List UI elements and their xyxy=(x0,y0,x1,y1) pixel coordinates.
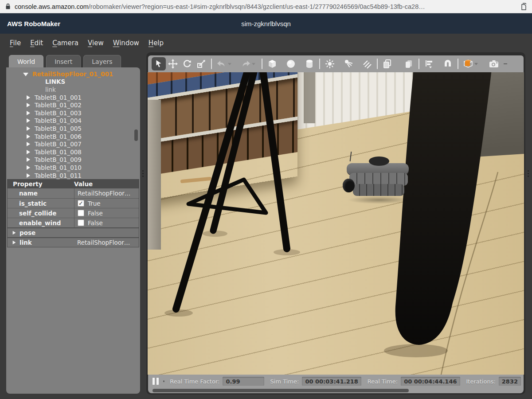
select-tool-button[interactable] xyxy=(152,57,166,70)
real-time-label: Real Time: xyxy=(368,378,398,385)
tree-root-label: RetailShopFloor_01_001 xyxy=(32,70,113,78)
scene-overlay xyxy=(148,72,524,375)
iterations-label: Iterations: xyxy=(466,378,496,385)
scene-3d-canvas[interactable] xyxy=(148,72,524,375)
view-angle-button[interactable] xyxy=(461,57,475,70)
expand-caret-icon[interactable] xyxy=(27,149,30,156)
rotate-tool-button[interactable] xyxy=(180,57,194,70)
toolbar-separator xyxy=(458,59,458,69)
expand-caret-icon[interactable] xyxy=(27,110,30,117)
tree-item[interactable]: TabletB_01_010 xyxy=(6,164,140,172)
property-row-enable-wind[interactable]: enable_wind False xyxy=(8,218,139,227)
move-icon xyxy=(168,59,178,69)
insert-box-button[interactable] xyxy=(265,57,279,70)
expand-caret-icon[interactable] xyxy=(27,156,30,163)
insert-sphere-button[interactable] xyxy=(284,57,298,70)
copy-page-icon[interactable] xyxy=(520,3,527,10)
tree-item[interactable]: TabletB_01_001 xyxy=(6,94,140,102)
tab-world[interactable]: World xyxy=(9,55,43,68)
undo-button[interactable] xyxy=(215,57,229,70)
tree-item[interactable]: TabletB_01_008 xyxy=(6,148,140,156)
expand-caret-icon[interactable] xyxy=(27,102,30,109)
translate-tool-button[interactable] xyxy=(166,57,180,70)
self-collide-checkbox[interactable] xyxy=(78,210,84,216)
paste-button[interactable] xyxy=(402,57,416,70)
menu-help[interactable]: Help xyxy=(149,39,164,47)
tree-item[interactable]: TabletB_01_004 xyxy=(6,117,140,125)
expand-caret-icon[interactable] xyxy=(27,172,30,179)
pause-button[interactable] xyxy=(153,378,159,385)
point-light-button[interactable] xyxy=(323,57,337,70)
property-row-name[interactable]: name RetailShopFloor… xyxy=(8,188,139,198)
panel-splitter-handle[interactable] xyxy=(141,170,144,177)
cylinder-icon xyxy=(304,59,315,69)
tree-item[interactable]: TabletB_01_002 xyxy=(6,101,140,109)
tree-item[interactable]: TabletB_01_003 xyxy=(6,109,140,117)
snap-button[interactable] xyxy=(441,57,455,70)
collapse-caret-icon[interactable] xyxy=(23,70,28,78)
horizontal-scrollbar-thumb[interactable] xyxy=(153,389,409,392)
cursor-icon xyxy=(154,59,164,69)
expand-caret-icon[interactable] xyxy=(27,141,30,148)
tree-link-item[interactable]: link xyxy=(6,86,140,94)
insert-cylinder-button[interactable] xyxy=(302,57,317,70)
camera-tripod xyxy=(176,72,287,309)
url-text: console.aws.amazon.com/robomaker/viewer?… xyxy=(15,3,425,10)
expand-caret-icon[interactable] xyxy=(27,117,30,124)
tree-item[interactable]: TabletB_01_011 xyxy=(6,172,140,180)
viewport-resize-handle[interactable] xyxy=(527,170,529,177)
expand-caret-icon[interactable] xyxy=(27,133,30,140)
align-button[interactable] xyxy=(422,57,436,70)
toolbar-separator xyxy=(262,59,262,69)
spot-light-button[interactable] xyxy=(341,57,356,70)
undo-dropdown-caret-icon[interactable] xyxy=(228,63,231,65)
expand-caret-icon[interactable] xyxy=(13,231,16,235)
property-table: Property Value name RetailShopFloor… is_… xyxy=(7,179,139,247)
redo-icon xyxy=(240,59,251,69)
directional-light-button[interactable] xyxy=(360,57,374,70)
enable-wind-checkbox[interactable] xyxy=(78,219,84,226)
browser-url-bar[interactable]: console.aws.amazon.com/robomaker/viewer?… xyxy=(0,0,532,13)
tree-root-item[interactable]: RetailShopFloor_01_001 xyxy=(6,70,140,78)
sim-time-value: 00 00:03:41.218 xyxy=(302,377,361,386)
step-button[interactable] xyxy=(163,380,164,382)
spot-light-icon xyxy=(343,59,354,69)
sim-time-label: Sim Time: xyxy=(270,378,299,385)
panel-tabs: World Insert Layers xyxy=(9,55,121,68)
property-row-is-static[interactable]: is_static True xyxy=(8,198,139,208)
expand-caret-icon[interactable] xyxy=(27,164,30,171)
menu-edit[interactable]: Edit xyxy=(30,39,43,47)
expand-caret-icon[interactable] xyxy=(27,125,30,132)
tree-item[interactable]: TabletB_01_007 xyxy=(6,140,140,148)
sun-icon xyxy=(325,59,335,69)
menu-view[interactable]: View xyxy=(88,39,104,47)
rotate-icon xyxy=(182,59,192,69)
screenshot-dropdown-dash-icon[interactable] xyxy=(504,63,507,64)
url-host: console.aws.amazon.com xyxy=(15,3,89,10)
redo-button[interactable] xyxy=(239,57,253,70)
menu-camera[interactable]: Camera xyxy=(52,39,78,47)
screenshot-button[interactable] xyxy=(487,57,501,70)
property-row-self-collide[interactable]: self_collide False xyxy=(8,208,139,218)
property-row-link[interactable]: link RetailShopFloor… xyxy=(8,237,139,247)
menu-file[interactable]: File xyxy=(10,39,21,47)
tab-insert[interactable]: Insert xyxy=(46,55,81,68)
menu-window[interactable]: Window xyxy=(113,39,139,47)
property-row-pose[interactable]: pose xyxy=(8,227,139,237)
expand-caret-icon[interactable] xyxy=(27,94,30,101)
header-value: Value xyxy=(74,180,93,188)
tree-item[interactable]: TabletB_01_009 xyxy=(6,156,140,164)
camera-icon xyxy=(488,58,500,70)
expand-caret-icon[interactable] xyxy=(13,241,16,245)
copy-button[interactable] xyxy=(380,57,395,70)
tree-item[interactable]: TabletB_01_005 xyxy=(6,125,140,133)
redo-dropdown-caret-icon[interactable] xyxy=(252,63,255,65)
tab-layers[interactable]: Layers xyxy=(83,55,121,68)
tree-item[interactable]: TabletB_01_006 xyxy=(6,133,140,141)
view-angle-dropdown-caret-icon[interactable] xyxy=(474,63,478,65)
url-path: /robomaker/viewer?region=us-east-1#sim-z… xyxy=(89,3,425,10)
is-static-checkbox[interactable] xyxy=(78,200,84,207)
tree-scrollbar[interactable] xyxy=(134,129,138,141)
horizontal-scrollbar[interactable] xyxy=(148,388,524,393)
scale-tool-button[interactable] xyxy=(194,57,208,70)
